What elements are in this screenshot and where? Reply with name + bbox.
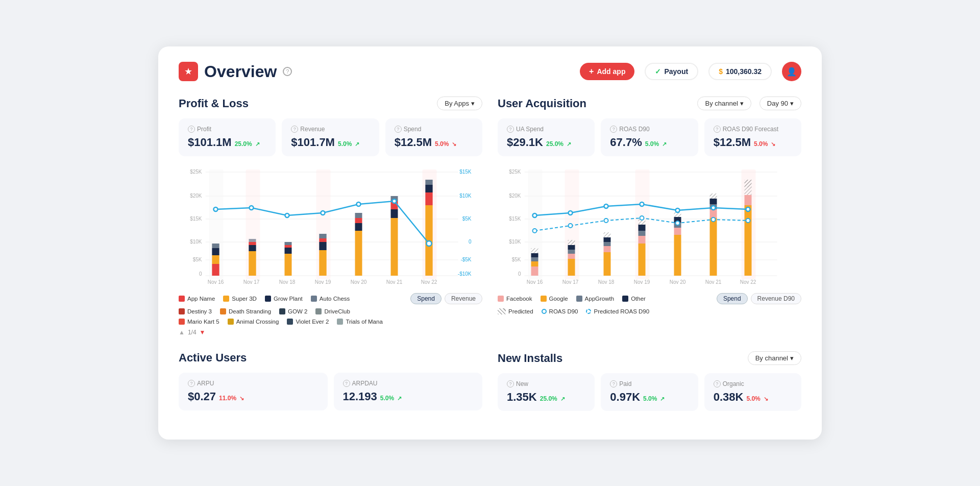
main-grid: Profit & Loss By Apps ▾ ? Profit $101.1M… [179, 96, 801, 336]
roas-forecast-pct: 5.0% [754, 140, 768, 148]
svg-point-66 [250, 206, 254, 210]
profit-loss-filter-label: By Apps [445, 100, 469, 107]
paid-help-icon[interactable]: ? [610, 380, 617, 387]
active-users-panel: Active Users ? ARPU $0.27 11.0% ↘ [179, 351, 482, 419]
profit-label: Profit [197, 126, 211, 133]
arpu-help-icon[interactable]: ? [188, 380, 195, 387]
dashboard-container: ★ Overview ? + Add app ✓ Payout $ 100,36… [158, 46, 822, 440]
legend-color-animal-crossing [228, 319, 234, 325]
profit-loss-title: Profit & Loss [179, 97, 249, 110]
ua-revenue-d90-toggle-btn[interactable]: Revenue D90 [751, 293, 801, 304]
svg-rect-104 [604, 246, 611, 252]
svg-rect-128 [745, 180, 752, 187]
ua-spend-help-icon[interactable]: ? [507, 126, 514, 133]
svg-text:$5K: $5K [462, 216, 472, 222]
profit-loss-legend-row3: Mario Kart 5 Animal Crossing Violet Ever… [179, 319, 482, 325]
roas-forecast-help-icon[interactable]: ? [714, 126, 721, 133]
help-icon[interactable]: ? [283, 67, 292, 76]
roas-help-icon[interactable]: ? [610, 126, 617, 133]
new-installs-filter-btn[interactable]: By channel ▾ [748, 351, 801, 365]
svg-rect-114 [674, 235, 681, 276]
legend-label-other: Other [631, 296, 646, 302]
svg-rect-63 [426, 185, 433, 192]
paid-pct: 5.0% [643, 395, 657, 402]
legend-item-driveclub: DriveClub [315, 308, 350, 314]
balance-button[interactable]: $ 100,360.32 [708, 63, 772, 80]
svg-point-141 [640, 216, 644, 220]
header-left: ★ Overview ? [179, 62, 292, 81]
dollar-icon: $ [719, 67, 723, 76]
svg-text:$25K: $25K [190, 169, 202, 175]
legend-color-super3d [223, 296, 229, 302]
arpdau-help-icon[interactable]: ? [343, 380, 350, 387]
ua-svg: $25K $20K $15K $10K $5K 0 [498, 164, 801, 287]
add-app-button[interactable]: + Add app [580, 63, 634, 80]
profit-loss-svg: $25K $20K $15K $10K $5K 0 $15K $10K $5K … [179, 164, 482, 287]
payout-button[interactable]: ✓ Payout [645, 63, 698, 80]
revenue-arrow-icon: ↗ [355, 141, 359, 148]
svg-rect-96 [531, 248, 538, 253]
legend-label-super3d: Super 3D [232, 296, 257, 302]
ua-channel-filter-btn[interactable]: By channel ▾ [697, 96, 751, 110]
revenue-toggle-btn[interactable]: Revenue [445, 293, 482, 304]
svg-text:Nov 20: Nov 20 [670, 279, 686, 285]
legend-color-death-stranding [220, 308, 226, 314]
profit-loss-panel: Profit & Loss By Apps ▾ ? Profit $101.1M… [179, 96, 482, 336]
svg-rect-25 [212, 248, 219, 255]
user-avatar-button[interactable]: 👤 [782, 62, 801, 81]
header-right: + Add app ✓ Payout $ 100,360.32 👤 [580, 62, 801, 81]
profit-loss-stats-row: ? Profit $101.1M 25.0% ↗ ? Revenue [179, 118, 482, 156]
organic-arrow-icon: ↘ [764, 396, 768, 402]
legend-label-google: Google [549, 296, 568, 302]
arpdau-stat-card: ? ARPDAU 12.193 5.0% ↗ [334, 373, 483, 410]
profit-loss-filter-btn[interactable]: By Apps ▾ [437, 96, 482, 110]
svg-rect-32 [249, 251, 256, 276]
profit-loss-legend: App Name Super 3D Grow Plant Auto Chess … [179, 293, 482, 304]
chevron-down-icon: ▾ [790, 354, 794, 362]
active-users-stats-row: ? ARPU $0.27 11.0% ↘ ? ARPDAU 12 [179, 373, 482, 410]
profit-help-icon[interactable]: ? [188, 126, 195, 133]
svg-point-144 [746, 218, 750, 223]
svg-text:0: 0 [469, 239, 472, 245]
legend-color-violet-ever [287, 319, 293, 325]
legend-item-death-stranding: Death Stranding [220, 308, 271, 314]
payout-label: Payout [664, 67, 688, 76]
ua-stats-row: ? UA Spend $29.1K 25.0% ↗ ? ROAS D90 [498, 118, 801, 156]
profit-loss-header: Profit & Loss By Apps ▾ [179, 96, 482, 110]
spend-help-icon[interactable]: ? [395, 126, 402, 133]
svg-rect-38 [285, 242, 292, 245]
predicted-hatch-icon [498, 308, 506, 314]
svg-rect-35 [285, 254, 292, 276]
arpu-label: ARPU [197, 380, 214, 387]
legend-label-driveclub: DriveClub [324, 308, 350, 314]
legend-item-trials-mana: Trials of Mana [337, 319, 382, 325]
svg-point-139 [569, 224, 573, 228]
legend-color-predicted-roas [586, 309, 591, 314]
svg-rect-24 [212, 255, 219, 264]
svg-text:Nov 17: Nov 17 [243, 279, 260, 285]
new-installs-title: New Installs [498, 352, 562, 365]
ua-spend-toggle-btn[interactable]: Spend [717, 293, 748, 304]
legend-item-app-name: App Name [179, 293, 215, 304]
svg-rect-111 [639, 231, 646, 236]
svg-rect-62 [426, 192, 433, 205]
svg-point-138 [533, 229, 537, 233]
roas-label: ROAS D90 [619, 126, 649, 133]
ua-day-filter-btn[interactable]: Day 90 ▾ [760, 96, 801, 110]
svg-point-69 [357, 202, 361, 206]
ua-legend-row2: Predicted ROAS D90 Predicted ROAS D90 [498, 308, 801, 314]
spend-toggle-btn[interactable]: Spend [410, 293, 442, 304]
arpu-arrow-icon: ↘ [239, 395, 244, 402]
svg-point-136 [712, 206, 716, 210]
new-help-icon[interactable]: ? [507, 380, 514, 387]
organic-help-icon[interactable]: ? [714, 380, 721, 387]
roas-forecast-value: $12.5M [714, 136, 751, 149]
paid-label: Paid [619, 380, 631, 387]
svg-text:$20K: $20K [190, 193, 202, 199]
plus-icon: + [589, 67, 594, 76]
svg-text:$5K: $5K [512, 257, 521, 262]
revenue-help-icon[interactable]: ? [291, 126, 298, 133]
ua-channel-filter-label: By channel [705, 100, 738, 107]
new-installs-organic-card: ? Organic 0.38K 5.0% ↘ [704, 373, 801, 411]
svg-text:Nov 21: Nov 21 [386, 279, 403, 285]
